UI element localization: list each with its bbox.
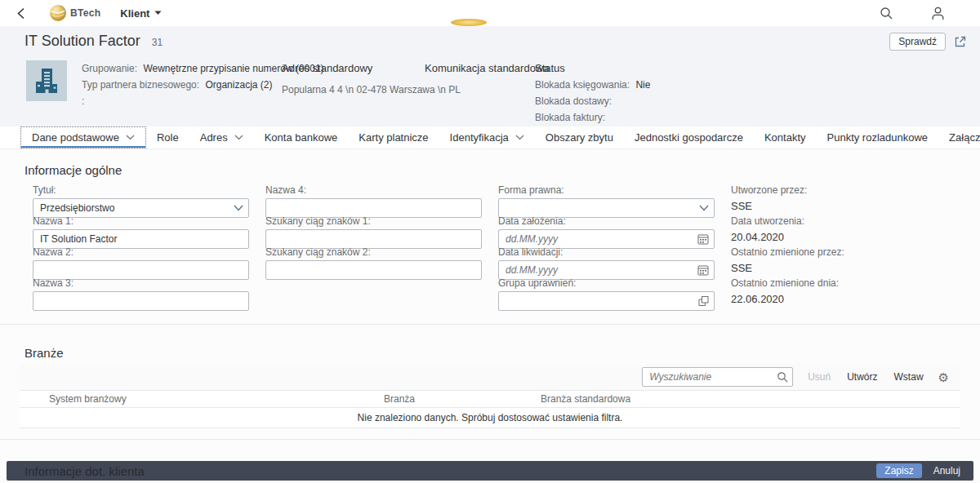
brand-name: BTech (70, 7, 100, 19)
tab-jednostki-gospodarcze[interactable]: Jednostki gospodarcze (624, 126, 754, 148)
shell-actions (880, 7, 944, 20)
created-by: Utworzone przez: SSE (731, 184, 807, 212)
delete-button[interactable]: Usuń (806, 371, 832, 383)
search-icon[interactable] (880, 7, 893, 20)
field-name4: Nazwa 4: (265, 184, 482, 218)
authorization-group-input[interactable] (498, 291, 715, 311)
shell-bar: BTech Klient (0, 0, 980, 26)
building-icon (34, 67, 59, 95)
field-search-term1: Szukany ciąg znaków 1: (265, 215, 482, 249)
status-row: Blokada dostawy: (535, 93, 650, 109)
tab-role[interactable]: Role (146, 126, 189, 148)
settings-gear-icon[interactable]: ⚙ (938, 371, 949, 383)
user-icon[interactable] (932, 7, 944, 20)
save-button[interactable]: Zapisz (876, 463, 921, 478)
column-header-standard-industry[interactable]: Branża standardowa (541, 393, 630, 405)
partner-type-value: Organizacja (2) (205, 79, 272, 91)
tab-caret-icon (515, 135, 524, 140)
avatar (26, 60, 67, 101)
tab-identyfikacja[interactable]: Identyfikacja (439, 126, 535, 148)
share-icon[interactable] (954, 35, 967, 48)
field-name1: Nazwa 1: (33, 215, 249, 249)
created-on: Data utworzenia: 20.04.2020 (731, 215, 804, 243)
object-number: 31 (152, 37, 163, 48)
dropdown-chevron-icon[interactable] (699, 205, 709, 211)
changed-on: Ostatnio zmienione dnia: 22.06.2020 (731, 277, 839, 305)
value-help-icon[interactable] (698, 296, 709, 307)
name3-input[interactable] (33, 291, 249, 311)
tab-zalaczniki[interactable]: Załączniki (938, 126, 980, 148)
brand-globe-icon (49, 4, 67, 22)
field-founding-date: Data założenia: (498, 215, 715, 249)
address-value: Popularna 4 4 \n 02-478 Warszawa \n PL (282, 82, 461, 98)
status-column: Status Blokada księgowania: Nie Blokada … (535, 60, 650, 126)
footer-actions: Zapisz Anuluj (876, 463, 967, 478)
tab-obszary-zbytu[interactable]: Obszary zbytu (535, 126, 624, 148)
object-type-menu[interactable]: Klient (120, 7, 162, 20)
section-title-client-info: Informacje dot. klienta (24, 464, 145, 478)
industries-search-input[interactable] (642, 367, 793, 387)
brand-logo[interactable]: BTech (49, 4, 100, 22)
page-title: IT Solution Factor (24, 33, 140, 50)
title-row: IT Solution Factor 31 (24, 33, 163, 50)
industries-empty-message: Nie znaleziono danych. Spróbuj dostosowa… (20, 408, 960, 428)
field-liquidation-date: Data likwidacji: (498, 246, 715, 280)
section-title-general: Informacje ogólne (24, 163, 122, 177)
communication-title: Komunikacja standardowa (425, 60, 549, 77)
status-title: Status (535, 60, 650, 77)
field-legal-form: Forma prawna: (498, 184, 715, 218)
tab-karty-platnicze[interactable]: Karty platnicze (348, 126, 439, 148)
communication-column: Komunikacja standardowa (425, 60, 549, 77)
insert-button[interactable]: Wstaw (893, 371, 925, 383)
tab-konta-bankowe[interactable]: Konta bankowe (254, 126, 349, 148)
search-field-icon[interactable] (777, 371, 788, 383)
industries-search (642, 367, 793, 387)
changed-by: Ostatnio zmienione przez: SSE (731, 246, 844, 274)
dropdown-chevron-icon[interactable] (234, 205, 243, 211)
industries-toolbar: Usuń Utwórz Wstaw ⚙ (20, 364, 960, 390)
gold-arc-decoration (451, 19, 487, 26)
status-row: Blokada księgowania: Nie (535, 77, 650, 93)
object-page-header: IT Solution Factor 31 Sprawdź (0, 26, 980, 126)
calendar-icon[interactable] (697, 264, 709, 276)
tab-dane-podstawowe[interactable]: Dane podstawowe (20, 126, 146, 148)
column-header-industry[interactable]: Branża (384, 393, 415, 405)
tab-strip: Dane podstawowe Role Adres Konta bankowe… (0, 126, 980, 149)
tab-kontakty[interactable]: Kontakty (754, 126, 817, 148)
tab-caret-icon (234, 135, 243, 140)
partner-type-label: Typ partnera biznesowego: (82, 79, 199, 91)
industries-table-header: System branżowy Branża Branża standardow… (20, 390, 960, 408)
section-title-industries: Branże (24, 346, 64, 360)
search-term2-input[interactable] (265, 260, 482, 280)
footer-bar: Informacje dot. klienta Zapisz Anuluj (7, 461, 973, 481)
business-partner-page: BTech Klient IT Solution Factor 31 Spraw… (0, 0, 980, 483)
status-row: Blokada faktury: (535, 109, 650, 126)
tab-punkty-rozladunkowe[interactable]: Punkty rozladunkowe (817, 126, 939, 148)
column-header-industry-system[interactable]: System branżowy (49, 393, 127, 405)
menu-caret-icon (154, 11, 162, 16)
section-divider (0, 324, 980, 325)
field-authorization-group: Grupa uprawnień: (498, 277, 715, 311)
tab-adres[interactable]: Adres (189, 126, 254, 148)
tab-caret-icon (126, 135, 135, 140)
field-search-term2: Szukany ciąg znaków 2: (265, 246, 482, 280)
field-name3: Nazwa 3: (33, 277, 249, 311)
calendar-icon[interactable] (697, 233, 709, 245)
create-button[interactable]: Utwórz (845, 371, 879, 383)
field-name2: Nazwa 2: (33, 246, 249, 280)
section-divider (0, 439, 980, 440)
cancel-button[interactable]: Anuluj (927, 465, 967, 476)
object-type-menu-label: Klient (120, 7, 149, 20)
check-button[interactable]: Sprawdź (889, 33, 946, 51)
field-title: Tytuł: (33, 184, 249, 218)
grouping-label: Grupowanie: (82, 63, 137, 74)
back-icon[interactable] (16, 7, 28, 20)
